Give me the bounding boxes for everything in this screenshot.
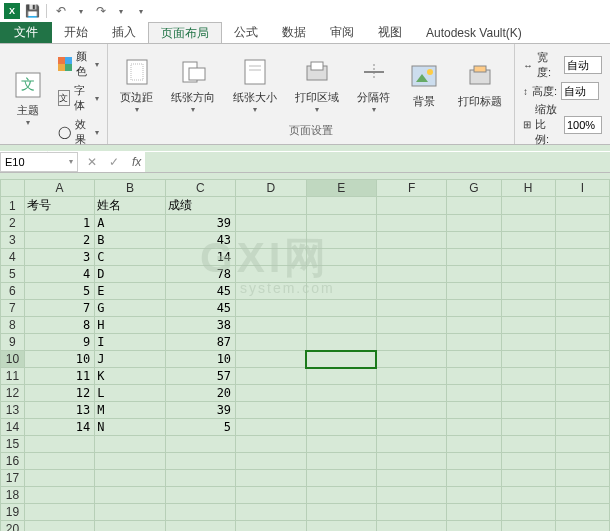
- background-button[interactable]: 背景: [402, 48, 446, 121]
- cell[interactable]: [306, 232, 376, 249]
- cell[interactable]: 38: [165, 317, 235, 334]
- cell[interactable]: 11: [24, 368, 94, 385]
- cell[interactable]: 5: [165, 419, 235, 436]
- cell[interactable]: 3: [24, 249, 94, 266]
- cell[interactable]: [236, 419, 306, 436]
- cell[interactable]: D: [95, 266, 165, 283]
- cell[interactable]: [376, 436, 446, 453]
- cell[interactable]: 43: [165, 232, 235, 249]
- cell[interactable]: 4: [24, 266, 94, 283]
- cell[interactable]: [236, 266, 306, 283]
- cell[interactable]: M: [95, 402, 165, 419]
- col-header-e[interactable]: E: [306, 180, 376, 197]
- cell[interactable]: [555, 300, 609, 317]
- cell[interactable]: [376, 197, 446, 215]
- cell[interactable]: [165, 521, 235, 532]
- cell[interactable]: [447, 266, 501, 283]
- cell[interactable]: [555, 419, 609, 436]
- tab-home[interactable]: 开始: [52, 22, 100, 43]
- fx-label[interactable]: fx: [128, 155, 145, 169]
- row-header[interactable]: 11: [1, 368, 25, 385]
- cell[interactable]: [555, 249, 609, 266]
- cell[interactable]: [376, 249, 446, 266]
- cell[interactable]: E: [95, 283, 165, 300]
- cell[interactable]: [376, 300, 446, 317]
- cell[interactable]: 14: [165, 249, 235, 266]
- col-header-h[interactable]: H: [501, 180, 555, 197]
- col-header-f[interactable]: F: [376, 180, 446, 197]
- undo-dropdown-icon[interactable]: ▾: [73, 3, 89, 19]
- cell[interactable]: [501, 436, 555, 453]
- cell[interactable]: [376, 487, 446, 504]
- cell[interactable]: [501, 521, 555, 532]
- row-header[interactable]: 4: [1, 249, 25, 266]
- cell[interactable]: [555, 232, 609, 249]
- cell[interactable]: N: [95, 419, 165, 436]
- cell[interactable]: [555, 453, 609, 470]
- cell[interactable]: [555, 197, 609, 215]
- cell[interactable]: [24, 453, 94, 470]
- cell[interactable]: [236, 504, 306, 521]
- orientation-button[interactable]: 纸张方向▾: [165, 48, 221, 121]
- cell[interactable]: 10: [165, 351, 235, 368]
- colors-button[interactable]: 颜色▾: [56, 48, 101, 80]
- cell[interactable]: 14: [24, 419, 94, 436]
- cell[interactable]: 9: [24, 334, 94, 351]
- cell[interactable]: [501, 504, 555, 521]
- cell[interactable]: 57: [165, 368, 235, 385]
- cell[interactable]: [306, 402, 376, 419]
- cell[interactable]: L: [95, 385, 165, 402]
- col-header-d[interactable]: D: [236, 180, 306, 197]
- cell[interactable]: [447, 334, 501, 351]
- cell[interactable]: 2: [24, 232, 94, 249]
- cell[interactable]: H: [95, 317, 165, 334]
- col-header-b[interactable]: B: [95, 180, 165, 197]
- cell[interactable]: J: [95, 351, 165, 368]
- cell[interactable]: [306, 521, 376, 532]
- row-header[interactable]: 3: [1, 232, 25, 249]
- row-header[interactable]: 1: [1, 197, 25, 215]
- cell[interactable]: [306, 215, 376, 232]
- cell[interactable]: [501, 470, 555, 487]
- themes-button[interactable]: 文 主题 ▾: [6, 48, 50, 148]
- cell[interactable]: [95, 436, 165, 453]
- cell[interactable]: [236, 402, 306, 419]
- cell[interactable]: [236, 436, 306, 453]
- cell[interactable]: 8: [24, 317, 94, 334]
- save-icon[interactable]: 💾: [24, 3, 40, 19]
- tab-data[interactable]: 数据: [270, 22, 318, 43]
- cell[interactable]: [555, 334, 609, 351]
- cell[interactable]: [306, 351, 376, 368]
- row-header[interactable]: 16: [1, 453, 25, 470]
- cell[interactable]: [376, 351, 446, 368]
- cell[interactable]: [555, 521, 609, 532]
- tab-view[interactable]: 视图: [366, 22, 414, 43]
- row-header[interactable]: 12: [1, 385, 25, 402]
- cell[interactable]: [447, 453, 501, 470]
- cell[interactable]: [376, 283, 446, 300]
- tab-review[interactable]: 审阅: [318, 22, 366, 43]
- cell[interactable]: [306, 334, 376, 351]
- col-header-c[interactable]: C: [165, 180, 235, 197]
- cell[interactable]: [24, 521, 94, 532]
- cell[interactable]: [447, 197, 501, 215]
- redo-icon[interactable]: ↷: [93, 3, 109, 19]
- cell[interactable]: [447, 385, 501, 402]
- cell[interactable]: [501, 317, 555, 334]
- cell[interactable]: [376, 402, 446, 419]
- cell[interactable]: [447, 470, 501, 487]
- row-header[interactable]: 19: [1, 504, 25, 521]
- cell[interactable]: [236, 385, 306, 402]
- cell[interactable]: [236, 317, 306, 334]
- row-header[interactable]: 14: [1, 419, 25, 436]
- cell[interactable]: [501, 283, 555, 300]
- col-header-a[interactable]: A: [24, 180, 94, 197]
- cell[interactable]: [501, 232, 555, 249]
- cell[interactable]: [95, 487, 165, 504]
- cell[interactable]: [306, 487, 376, 504]
- cell[interactable]: G: [95, 300, 165, 317]
- cell[interactable]: [306, 197, 376, 215]
- cell[interactable]: [501, 351, 555, 368]
- effects-button[interactable]: ◯ 效果▾: [56, 116, 101, 148]
- cell[interactable]: [306, 317, 376, 334]
